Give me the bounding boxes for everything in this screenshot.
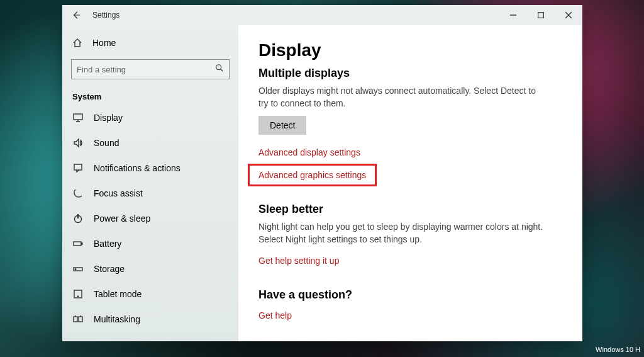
- home-label: Home: [92, 38, 116, 48]
- storage-icon: [72, 264, 84, 274]
- power-icon: [72, 213, 84, 224]
- advanced-display-settings-link[interactable]: Advanced display settings: [258, 147, 360, 157]
- sidebar-item-label: Tablet mode: [94, 289, 142, 299]
- sidebar-item-display[interactable]: Display: [62, 105, 238, 130]
- section-multiple-displays: Multiple displays: [258, 67, 562, 80]
- svg-rect-5: [74, 242, 81, 246]
- sidebar-item-notifications[interactable]: Notifications & actions: [62, 156, 238, 181]
- svg-rect-12: [79, 317, 82, 322]
- window-controls: [499, 5, 582, 25]
- multiple-displays-desc: Older displays might not always connect …: [258, 85, 548, 110]
- advanced-graphics-settings-link[interactable]: Advanced graphics settings: [258, 170, 366, 180]
- svg-rect-11: [74, 317, 77, 322]
- svg-rect-0: [538, 13, 544, 18]
- close-icon: [565, 12, 572, 18]
- detect-button[interactable]: Detect: [258, 116, 306, 135]
- page-title: Display: [258, 40, 562, 60]
- get-help-link[interactable]: Get help: [258, 310, 292, 320]
- sidebar-item-label: Sound: [94, 138, 119, 148]
- content-area: Display Multiple displays Older displays…: [238, 25, 582, 341]
- svg-rect-2: [74, 114, 82, 120]
- titlebar: Settings: [62, 5, 582, 25]
- display-icon: [72, 113, 84, 123]
- minimize-icon: [510, 12, 516, 18]
- sidebar-item-label: Display: [94, 113, 123, 123]
- section-have-question: Have a question?: [258, 288, 562, 302]
- sidebar-item-power-sleep[interactable]: Power & sleep: [62, 206, 238, 231]
- home-icon: [72, 38, 84, 48]
- svg-rect-6: [81, 243, 82, 244]
- sidebar-item-label: Battery: [94, 239, 121, 249]
- svg-point-10: [77, 296, 78, 297]
- search-box[interactable]: [71, 59, 230, 79]
- search-input[interactable]: [77, 65, 215, 74]
- sidebar-item-storage[interactable]: Storage: [62, 256, 238, 281]
- sleep-help-link[interactable]: Get help setting it up: [258, 256, 339, 266]
- svg-rect-3: [74, 164, 82, 170]
- sidebar-item-label: Multitasking: [94, 314, 140, 324]
- settings-window: Settings Home System Display Sou: [62, 5, 582, 341]
- maximize-button[interactable]: [527, 5, 555, 25]
- home-link[interactable]: Home: [62, 33, 238, 53]
- sidebar: Home System Display Sound Notifications …: [62, 25, 238, 341]
- back-button[interactable]: [62, 5, 90, 25]
- category-label: System: [62, 86, 238, 105]
- sidebar-item-tablet-mode[interactable]: Tablet mode: [62, 281, 238, 307]
- sidebar-item-multitasking[interactable]: Multitasking: [62, 307, 238, 332]
- focus-assist-icon: [72, 188, 84, 198]
- section-sleep-better: Sleep better: [258, 203, 562, 216]
- sidebar-item-battery[interactable]: Battery: [62, 231, 238, 256]
- maximize-icon: [538, 12, 544, 18]
- sidebar-item-label: Focus assist: [94, 188, 143, 198]
- window-body: Home System Display Sound Notifications …: [62, 25, 582, 341]
- tablet-icon: [72, 289, 84, 299]
- battery-icon: [72, 239, 84, 249]
- svg-point-8: [75, 269, 76, 270]
- sound-icon: [72, 138, 84, 148]
- notifications-icon: [72, 163, 84, 173]
- sidebar-item-label: Power & sleep: [94, 213, 150, 224]
- back-arrow-icon: [72, 11, 80, 20]
- window-title: Settings: [92, 11, 119, 20]
- annotation-highlight: Advanced graphics settings: [248, 164, 377, 186]
- search-icon: [215, 64, 224, 75]
- minimize-button[interactable]: [499, 5, 527, 25]
- sleep-better-desc: Night light can help you get to sleep by…: [258, 221, 562, 246]
- close-button[interactable]: [555, 5, 582, 25]
- svg-point-1: [216, 65, 221, 70]
- sidebar-item-label: Notifications & actions: [94, 163, 180, 173]
- activation-watermark: Windows 10 H: [596, 346, 640, 353]
- sidebar-item-focus-assist[interactable]: Focus assist: [62, 181, 238, 206]
- sidebar-item-label: Storage: [94, 264, 125, 274]
- multitasking-icon: [72, 314, 84, 324]
- sidebar-item-sound[interactable]: Sound: [62, 130, 238, 156]
